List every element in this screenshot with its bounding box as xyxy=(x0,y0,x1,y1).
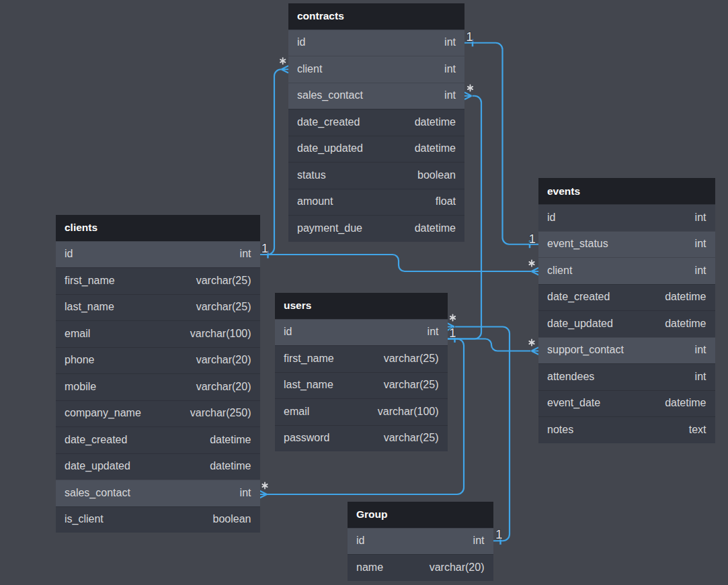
svg-text:1: 1 xyxy=(466,30,473,44)
svg-text:1: 1 xyxy=(529,232,536,246)
svg-text:1: 1 xyxy=(261,241,269,255)
svg-text:1: 1 xyxy=(495,527,503,541)
svg-text:1: 1 xyxy=(449,326,456,340)
